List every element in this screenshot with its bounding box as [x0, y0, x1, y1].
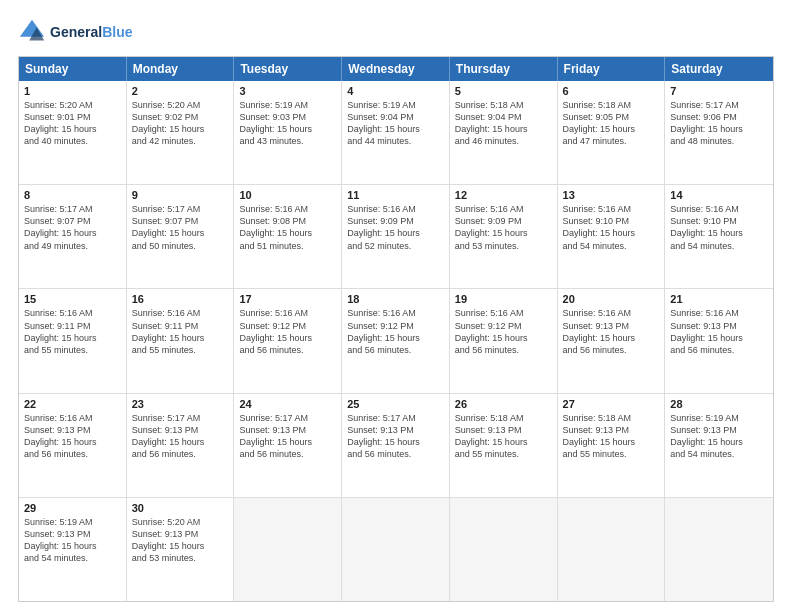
day-number: 13	[563, 189, 660, 201]
cell-text: Sunrise: 5:16 AMSunset: 9:12 PMDaylight:…	[347, 307, 444, 356]
cell-text: Sunrise: 5:18 AMSunset: 9:04 PMDaylight:…	[455, 99, 552, 148]
cell-text: Sunrise: 5:16 AMSunset: 9:09 PMDaylight:…	[455, 203, 552, 252]
day-of-week-tuesday: Tuesday	[234, 57, 342, 81]
calendar-cell-12: 12Sunrise: 5:16 AMSunset: 9:09 PMDayligh…	[450, 185, 558, 288]
cell-text: Sunrise: 5:20 AMSunset: 9:01 PMDaylight:…	[24, 99, 121, 148]
day-number: 29	[24, 502, 121, 514]
calendar-cell-4: 4Sunrise: 5:19 AMSunset: 9:04 PMDaylight…	[342, 81, 450, 184]
calendar-cell-14: 14Sunrise: 5:16 AMSunset: 9:10 PMDayligh…	[665, 185, 773, 288]
calendar-cell-empty	[665, 498, 773, 601]
day-number: 22	[24, 398, 121, 410]
day-number: 10	[239, 189, 336, 201]
cell-text: Sunrise: 5:16 AMSunset: 9:09 PMDaylight:…	[347, 203, 444, 252]
calendar-cell-7: 7Sunrise: 5:17 AMSunset: 9:06 PMDaylight…	[665, 81, 773, 184]
cell-text: Sunrise: 5:19 AMSunset: 9:04 PMDaylight:…	[347, 99, 444, 148]
day-number: 18	[347, 293, 444, 305]
cell-text: Sunrise: 5:16 AMSunset: 9:13 PMDaylight:…	[563, 307, 660, 356]
calendar-cell-21: 21Sunrise: 5:16 AMSunset: 9:13 PMDayligh…	[665, 289, 773, 392]
calendar-row-5: 29Sunrise: 5:19 AMSunset: 9:13 PMDayligh…	[19, 498, 773, 601]
logo: GeneralBlue	[18, 18, 132, 46]
calendar-cell-3: 3Sunrise: 5:19 AMSunset: 9:03 PMDaylight…	[234, 81, 342, 184]
calendar-cell-17: 17Sunrise: 5:16 AMSunset: 9:12 PMDayligh…	[234, 289, 342, 392]
day-number: 8	[24, 189, 121, 201]
calendar-cell-15: 15Sunrise: 5:16 AMSunset: 9:11 PMDayligh…	[19, 289, 127, 392]
day-number: 16	[132, 293, 229, 305]
cell-text: Sunrise: 5:16 AMSunset: 9:11 PMDaylight:…	[24, 307, 121, 356]
day-number: 19	[455, 293, 552, 305]
calendar-cell-30: 30Sunrise: 5:20 AMSunset: 9:13 PMDayligh…	[127, 498, 235, 601]
day-of-week-monday: Monday	[127, 57, 235, 81]
day-number: 9	[132, 189, 229, 201]
calendar-cell-9: 9Sunrise: 5:17 AMSunset: 9:07 PMDaylight…	[127, 185, 235, 288]
calendar-header: SundayMondayTuesdayWednesdayThursdayFrid…	[19, 57, 773, 81]
cell-text: Sunrise: 5:16 AMSunset: 9:12 PMDaylight:…	[455, 307, 552, 356]
cell-text: Sunrise: 5:17 AMSunset: 9:07 PMDaylight:…	[132, 203, 229, 252]
calendar-cell-16: 16Sunrise: 5:16 AMSunset: 9:11 PMDayligh…	[127, 289, 235, 392]
calendar-cell-1: 1Sunrise: 5:20 AMSunset: 9:01 PMDaylight…	[19, 81, 127, 184]
logo-text: GeneralBlue	[50, 24, 132, 41]
cell-text: Sunrise: 5:17 AMSunset: 9:07 PMDaylight:…	[24, 203, 121, 252]
day-number: 21	[670, 293, 768, 305]
cell-text: Sunrise: 5:16 AMSunset: 9:08 PMDaylight:…	[239, 203, 336, 252]
calendar-row-2: 8Sunrise: 5:17 AMSunset: 9:07 PMDaylight…	[19, 185, 773, 289]
calendar-cell-22: 22Sunrise: 5:16 AMSunset: 9:13 PMDayligh…	[19, 394, 127, 497]
day-of-week-sunday: Sunday	[19, 57, 127, 81]
day-number: 25	[347, 398, 444, 410]
day-of-week-saturday: Saturday	[665, 57, 773, 81]
calendar-cell-6: 6Sunrise: 5:18 AMSunset: 9:05 PMDaylight…	[558, 81, 666, 184]
header: GeneralBlue	[18, 18, 774, 46]
day-number: 14	[670, 189, 768, 201]
calendar-cell-24: 24Sunrise: 5:17 AMSunset: 9:13 PMDayligh…	[234, 394, 342, 497]
day-number: 12	[455, 189, 552, 201]
calendar-cell-8: 8Sunrise: 5:17 AMSunset: 9:07 PMDaylight…	[19, 185, 127, 288]
cell-text: Sunrise: 5:18 AMSunset: 9:13 PMDaylight:…	[455, 412, 552, 461]
cell-text: Sunrise: 5:16 AMSunset: 9:13 PMDaylight:…	[670, 307, 768, 356]
day-number: 7	[670, 85, 768, 97]
calendar-cell-11: 11Sunrise: 5:16 AMSunset: 9:09 PMDayligh…	[342, 185, 450, 288]
day-number: 11	[347, 189, 444, 201]
calendar-cell-5: 5Sunrise: 5:18 AMSunset: 9:04 PMDaylight…	[450, 81, 558, 184]
cell-text: Sunrise: 5:20 AMSunset: 9:02 PMDaylight:…	[132, 99, 229, 148]
calendar-cell-20: 20Sunrise: 5:16 AMSunset: 9:13 PMDayligh…	[558, 289, 666, 392]
cell-text: Sunrise: 5:16 AMSunset: 9:12 PMDaylight:…	[239, 307, 336, 356]
calendar: SundayMondayTuesdayWednesdayThursdayFrid…	[18, 56, 774, 602]
calendar-cell-empty	[558, 498, 666, 601]
day-number: 6	[563, 85, 660, 97]
calendar-body: 1Sunrise: 5:20 AMSunset: 9:01 PMDaylight…	[19, 81, 773, 601]
calendar-cell-29: 29Sunrise: 5:19 AMSunset: 9:13 PMDayligh…	[19, 498, 127, 601]
cell-text: Sunrise: 5:20 AMSunset: 9:13 PMDaylight:…	[132, 516, 229, 565]
calendar-cell-18: 18Sunrise: 5:16 AMSunset: 9:12 PMDayligh…	[342, 289, 450, 392]
calendar-cell-10: 10Sunrise: 5:16 AMSunset: 9:08 PMDayligh…	[234, 185, 342, 288]
day-number: 23	[132, 398, 229, 410]
day-number: 24	[239, 398, 336, 410]
cell-text: Sunrise: 5:19 AMSunset: 9:13 PMDaylight:…	[670, 412, 768, 461]
calendar-cell-empty	[342, 498, 450, 601]
day-number: 2	[132, 85, 229, 97]
calendar-cell-empty	[234, 498, 342, 601]
day-number: 20	[563, 293, 660, 305]
calendar-cell-13: 13Sunrise: 5:16 AMSunset: 9:10 PMDayligh…	[558, 185, 666, 288]
day-number: 4	[347, 85, 444, 97]
day-number: 15	[24, 293, 121, 305]
cell-text: Sunrise: 5:17 AMSunset: 9:06 PMDaylight:…	[670, 99, 768, 148]
cell-text: Sunrise: 5:18 AMSunset: 9:13 PMDaylight:…	[563, 412, 660, 461]
day-number: 5	[455, 85, 552, 97]
cell-text: Sunrise: 5:18 AMSunset: 9:05 PMDaylight:…	[563, 99, 660, 148]
calendar-cell-26: 26Sunrise: 5:18 AMSunset: 9:13 PMDayligh…	[450, 394, 558, 497]
calendar-cell-19: 19Sunrise: 5:16 AMSunset: 9:12 PMDayligh…	[450, 289, 558, 392]
cell-text: Sunrise: 5:17 AMSunset: 9:13 PMDaylight:…	[347, 412, 444, 461]
day-number: 26	[455, 398, 552, 410]
day-of-week-friday: Friday	[558, 57, 666, 81]
calendar-cell-empty	[450, 498, 558, 601]
day-of-week-thursday: Thursday	[450, 57, 558, 81]
day-number: 1	[24, 85, 121, 97]
day-number: 17	[239, 293, 336, 305]
calendar-cell-2: 2Sunrise: 5:20 AMSunset: 9:02 PMDaylight…	[127, 81, 235, 184]
cell-text: Sunrise: 5:19 AMSunset: 9:03 PMDaylight:…	[239, 99, 336, 148]
cell-text: Sunrise: 5:17 AMSunset: 9:13 PMDaylight:…	[239, 412, 336, 461]
calendar-cell-27: 27Sunrise: 5:18 AMSunset: 9:13 PMDayligh…	[558, 394, 666, 497]
cell-text: Sunrise: 5:16 AMSunset: 9:10 PMDaylight:…	[563, 203, 660, 252]
page: GeneralBlue SundayMondayTuesdayWednesday…	[0, 0, 792, 612]
calendar-row-3: 15Sunrise: 5:16 AMSunset: 9:11 PMDayligh…	[19, 289, 773, 393]
day-number: 28	[670, 398, 768, 410]
